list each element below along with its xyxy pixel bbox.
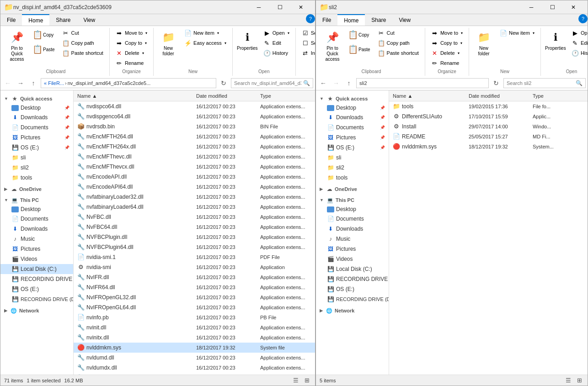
- table-row[interactable]: 🔧 NVFBCPlugin.dll 16/12/2017 00:23 Appli…: [74, 232, 315, 242]
- right-up-button[interactable]: ↑: [343, 78, 354, 89]
- right-history-button[interactable]: 🕐 History: [568, 48, 588, 58]
- table-row[interactable]: 🔧 nvinitx.dll 16/12/2017 00:23 Applicati…: [74, 333, 315, 343]
- left-thispc-section[interactable]: ▼ 💻 This PC: [0, 194, 73, 205]
- left-address-path[interactable]: « FileR... › nv_dispi.inf_amd64_d37ca5c2…: [41, 78, 216, 88]
- right-sidebar-tools[interactable]: 📁 tools: [316, 173, 389, 183]
- left-rename-button[interactable]: ✏ Rename: [112, 58, 150, 68]
- table-row[interactable]: 🔧 nvEncMFThevc.dll 16/12/2017 00:23 Appl…: [74, 152, 315, 162]
- left-search-box[interactable]: 🔍: [231, 78, 313, 88]
- right-tab-share[interactable]: Share: [365, 14, 392, 26]
- table-row[interactable]: 🔧 nvldumdx.dll 16/12/2017 00:23 Applicat…: [74, 363, 315, 373]
- left-history-button[interactable]: 🕐 History: [260, 48, 293, 58]
- left-pc-documents[interactable]: 📄 Documents: [0, 214, 73, 224]
- table-row[interactable]: 🔧 nvinit.dll 16/12/2017 00:23 Applicatio…: [74, 323, 315, 333]
- table-row[interactable]: 🔧 nvEncMFTH264x.dll 16/12/2017 00:23 App…: [74, 142, 315, 152]
- right-pc-pictures[interactable]: 🖼 Pictures: [316, 244, 389, 254]
- table-row[interactable]: ⚙ DifferentSLIAuto 17/10/2017 15:59 Appl…: [389, 111, 588, 122]
- left-edit-button[interactable]: ✎ Edit: [260, 38, 293, 48]
- right-new-folder-button[interactable]: 📁 Newfolder: [472, 28, 496, 58]
- table-row[interactable]: 🔴 nvlddmkm.sys 18/12/2017 19:32 System..…: [389, 142, 588, 152]
- left-sidebar-tools[interactable]: 📁 tools: [0, 173, 73, 183]
- left-invert-button[interactable]: ⇄ Invert selection: [299, 48, 315, 58]
- right-col-name[interactable]: Name ▲: [391, 93, 467, 99]
- left-pc-pictures[interactable]: 🖼 Pictures: [0, 244, 73, 254]
- right-onedrive-section[interactable]: ▶ ☁ OneDrive: [316, 183, 389, 194]
- right-pin-button[interactable]: 📌 Pin to Quickaccess: [321, 28, 344, 63]
- left-search-input[interactable]: [234, 80, 301, 86]
- left-sidebar-downloads[interactable]: ⬇ Downloads 📌: [0, 112, 73, 122]
- left-copy-to-button[interactable]: ➡ Copy to ▾: [112, 38, 150, 48]
- left-pc-recd[interactable]: 💾 RECORDING DRIVE (D: [0, 294, 73, 304]
- right-sidebar-desktop[interactable]: Desktop 📌: [316, 103, 389, 112]
- table-row[interactable]: 🔧 nvEncMFTH264.dll 16/12/2017 00:23 Appl…: [74, 132, 315, 142]
- left-copy-button[interactable]: 📋 Copy: [30, 28, 58, 42]
- table-row[interactable]: 📄 nvidia-smi.1 16/12/2017 00:23 PDF File: [74, 252, 315, 262]
- table-row[interactable]: ⚙ Install 29/07/2017 14:00 Windo...: [389, 122, 588, 132]
- left-paste-shortcut-button[interactable]: 📋 Paste shortcut: [59, 48, 107, 58]
- left-move-to-button[interactable]: ➡ Move to ▾: [112, 28, 150, 38]
- left-paste-button[interactable]: 📋 Paste: [30, 42, 58, 56]
- right-pc-documents[interactable]: 📄 Documents: [316, 214, 389, 224]
- left-sidebar-sli2[interactable]: 📁 sli2: [0, 163, 73, 173]
- table-row[interactable]: 📦 nvdrsdb.bin 16/12/2017 00:23 BIN File: [74, 122, 315, 132]
- right-rename-button[interactable]: ✏ Rename: [428, 58, 466, 68]
- table-row[interactable]: 🔧 NvFBC.dll 16/12/2017 00:23 Application…: [74, 212, 315, 222]
- table-row[interactable]: 🔧 NvIFROpenGL32.dll 16/12/2017 00:23 App…: [74, 292, 315, 302]
- right-pc-ose[interactable]: 💾 OS (E:): [316, 284, 389, 294]
- left-copy-path-button[interactable]: 📋 Copy path: [59, 38, 107, 48]
- right-pc-desktop[interactable]: Desktop: [316, 205, 389, 214]
- right-address-path[interactable]: sli2: [356, 78, 489, 88]
- left-pc-videos[interactable]: 🎬 Videos: [0, 254, 73, 264]
- right-tiles-view-button[interactable]: ⊞: [575, 376, 584, 385]
- left-sidebar-os-e[interactable]: 💾 OS (E:) 📌: [0, 143, 73, 153]
- right-tab-view[interactable]: View: [392, 14, 417, 26]
- left-sidebar-documents[interactable]: 📄 Documents 📌: [0, 122, 73, 132]
- right-details-view-button[interactable]: ☰: [564, 376, 573, 385]
- right-refresh-button[interactable]: ↻: [491, 78, 502, 89]
- left-pc-localc[interactable]: 💾 Local Disk (C:): [0, 264, 73, 274]
- left-network-section[interactable]: ▶ 🌐 Network: [0, 304, 73, 315]
- left-easy-access-button[interactable]: ⚡ Easy access ▾: [181, 38, 230, 48]
- left-pc-ose[interactable]: 💾 OS (E:): [0, 284, 73, 294]
- left-refresh-button[interactable]: ↻: [218, 78, 229, 89]
- table-row[interactable]: 🔧 NvFBC64.dll 16/12/2017 00:23 Applicati…: [74, 222, 315, 232]
- right-paste-button[interactable]: 📋 Paste: [345, 42, 374, 56]
- right-thispc-section[interactable]: ▼ 💻 This PC: [316, 194, 389, 205]
- right-minimize-button[interactable]: ─: [521, 0, 542, 14]
- left-sidebar-desktop[interactable]: Desktop 📌: [0, 103, 73, 112]
- right-close-button[interactable]: ✕: [563, 0, 584, 14]
- right-back-button[interactable]: ←: [318, 78, 329, 89]
- right-pc-recd[interactable]: 💾 RECORDING DRIVE (D: [316, 294, 389, 304]
- right-sidebar-sli[interactable]: 📁 sli: [316, 153, 389, 163]
- left-quick-access-section[interactable]: ▼ ★ Quick access: [0, 92, 73, 103]
- table-row[interactable]: 📁 tools 19/02/2015 17:36 File fo...: [389, 101, 588, 111]
- right-pc-localc[interactable]: 💾 Local Disk (C:): [316, 264, 389, 274]
- left-close-button[interactable]: ✕: [290, 0, 311, 14]
- table-row[interactable]: 🔧 nvdispco64.dll 16/12/2017 00:23 Applic…: [74, 101, 315, 111]
- table-row[interactable]: 🔧 NVFBCPlugin64.dll 16/12/2017 00:23 App…: [74, 242, 315, 252]
- left-back-button[interactable]: ←: [2, 78, 13, 89]
- left-sidebar-sli[interactable]: 📁 sli: [0, 153, 73, 163]
- right-col-date[interactable]: Date modified: [467, 93, 531, 99]
- right-network-section[interactable]: ▶ 🌐 Network: [316, 304, 389, 315]
- right-search-input[interactable]: [507, 80, 574, 86]
- right-sidebar-sli2[interactable]: 📁 sli2: [316, 163, 389, 173]
- left-pc-downloads[interactable]: ⬇ Downloads: [0, 224, 73, 234]
- left-col-date[interactable]: Date modified: [194, 93, 258, 99]
- left-forward-button[interactable]: →: [15, 78, 26, 89]
- right-pc-downloads[interactable]: ⬇ Downloads: [316, 224, 389, 234]
- left-onedrive-section[interactable]: ▶ ☁ OneDrive: [0, 183, 73, 194]
- right-maximize-button[interactable]: ☐: [542, 0, 563, 14]
- right-sidebar-os-e[interactable]: 💾 OS (E:) 📌: [316, 143, 389, 153]
- table-row[interactable]: 🔧 nvfatbinaryLoader32.dll 16/12/2017 00:…: [74, 192, 315, 202]
- left-maximize-button[interactable]: ☐: [269, 0, 290, 14]
- right-pc-music[interactable]: ♪ Music: [316, 234, 389, 244]
- table-row[interactable]: 🔧 nvldumd.dll 16/12/2017 00:23 Applicati…: [74, 353, 315, 363]
- table-row[interactable]: 📄 README 25/05/2017 15:27 MD Fi...: [389, 132, 588, 142]
- left-properties-button[interactable]: ℹ Properties: [235, 28, 259, 53]
- right-tab-file[interactable]: File: [316, 14, 337, 26]
- right-pc-recording[interactable]: 💾 RECORDING DRIVE: [316, 274, 389, 284]
- right-open-button[interactable]: ▶ Open: [568, 28, 588, 38]
- table-row[interactable]: 📄 nvinfo.pb 16/12/2017 00:23 PB File: [74, 312, 315, 323]
- left-open-button[interactable]: ▶ Open ▾: [260, 28, 293, 38]
